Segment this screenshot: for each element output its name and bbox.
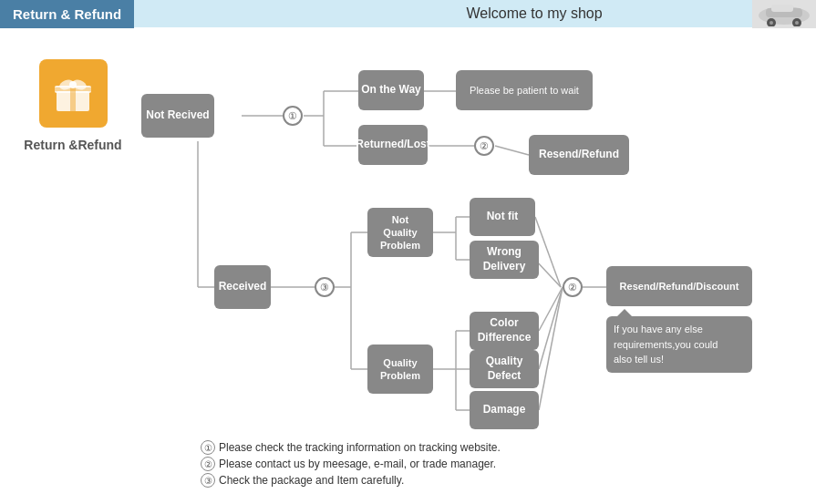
damage-node: Damage bbox=[470, 391, 539, 429]
wrong-delivery-node: Wrong Delivery bbox=[470, 241, 539, 279]
header-title-text: Return & Refund bbox=[13, 6, 121, 22]
gift-icon-wrapper bbox=[39, 59, 108, 128]
on-the-way-node: On the Way bbox=[358, 70, 424, 110]
footer-note-1: ① Please check the tracking information … bbox=[201, 440, 501, 455]
svg-rect-2 bbox=[771, 5, 793, 12]
flowchart: Not Recived On the Way Returned/Lost Ple… bbox=[132, 41, 802, 460]
footer-notes: ① Please check the tracking information … bbox=[201, 440, 501, 488]
footer-note-3: ③ Check the package and Item carefully. bbox=[201, 473, 501, 488]
quality-problem-node bbox=[367, 345, 433, 394]
svg-line-34 bbox=[535, 260, 561, 287]
left-panel: Return &Refund bbox=[14, 41, 132, 460]
svg-line-21 bbox=[495, 146, 529, 155]
svg-line-33 bbox=[535, 217, 561, 287]
received-node: Received bbox=[214, 265, 271, 309]
color-difference-node: Color Difference bbox=[470, 312, 539, 350]
header-welcome: Welcome to my shop bbox=[134, 5, 752, 22]
svg-line-40 bbox=[539, 287, 563, 331]
returned-lost-node: Returned/Lost bbox=[358, 125, 428, 165]
please-be-patient-node: Please be patient to wait bbox=[456, 70, 593, 110]
svg-point-4 bbox=[770, 21, 773, 25]
not-fit-node: Not fit bbox=[470, 198, 535, 236]
circle-2-top: ② bbox=[474, 136, 494, 156]
svg-line-42 bbox=[539, 287, 563, 410]
gift-icon bbox=[50, 71, 96, 117]
circle-3: ③ bbox=[315, 277, 335, 297]
left-label: Return &Refund bbox=[24, 137, 121, 155]
header-title: Return & Refund bbox=[0, 0, 134, 28]
car-icon bbox=[752, 0, 816, 28]
header-area: Return & Refund Welcome to my shop bbox=[0, 0, 816, 27]
resend-refund-discount-node: Resend/Refund/Discount bbox=[606, 266, 752, 306]
svg-point-13 bbox=[69, 81, 77, 88]
svg-line-41 bbox=[539, 287, 563, 369]
footer-note-2: ② Please contact us by meesage, e-mail, … bbox=[201, 457, 501, 471]
not-received-node: Not Recived bbox=[141, 94, 214, 138]
resend-refund-top-node: Resend/Refund bbox=[529, 135, 629, 175]
not-quality-problem-node bbox=[367, 208, 433, 257]
circle-1: ① bbox=[283, 106, 303, 126]
info-box: If you have any else requirements,you co… bbox=[606, 316, 752, 373]
circle-2-bottom: ② bbox=[563, 277, 583, 297]
svg-point-6 bbox=[795, 21, 799, 25]
quality-defect-node: Quality Defect bbox=[470, 350, 539, 388]
